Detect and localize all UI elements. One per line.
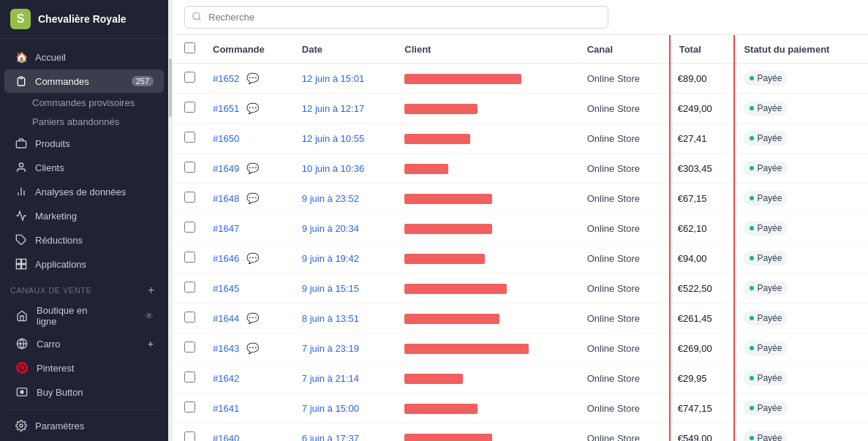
row-checkbox-8[interactable] — [184, 312, 195, 323]
discounts-icon — [15, 233, 28, 246]
status-dot-5 — [750, 226, 754, 230]
row-checkbox-2[interactable] — [184, 132, 195, 143]
date-link-6[interactable]: 9 juin à 19:42 — [302, 253, 359, 264]
applications-label: Applications — [35, 259, 86, 270]
carro-add-icon[interactable]: + — [148, 338, 154, 350]
row-order-id: #1647 — [204, 214, 293, 244]
chat-icon-8: 💬 — [246, 312, 259, 324]
sidebar-item-carro[interactable]: Carro + — [4, 332, 164, 355]
sidebar-item-clients[interactable]: Clients — [4, 156, 164, 179]
row-checkbox-9[interactable] — [184, 342, 195, 353]
sidebar-item-produits[interactable]: Produits — [4, 132, 164, 155]
row-order-id: #1649 💬 — [204, 154, 293, 184]
order-link-3[interactable]: #1649 — [213, 163, 239, 174]
store-name: Chevalière Royale — [38, 13, 127, 25]
table-row: #1643 💬 7 juin à 23:19 Online Store €269… — [173, 333, 868, 363]
status-badge-5: Payée — [744, 221, 788, 235]
date-link-1[interactable]: 12 juin à 12:17 — [302, 103, 364, 114]
row-checkbox-6[interactable] — [184, 252, 195, 263]
clients-icon — [15, 161, 28, 174]
order-link-2[interactable]: #1650 — [213, 133, 239, 144]
row-canal-12: Online Store — [578, 423, 670, 442]
date-link-8[interactable]: 8 juin à 13:51 — [302, 313, 359, 324]
date-link-10[interactable]: 7 juin à 21:14 — [302, 373, 359, 384]
sidebar-item-pinterest[interactable]: Pinterest — [4, 356, 164, 380]
sidebar-item-applications[interactable]: Applications — [4, 252, 164, 276]
sidebar-item-buy-button[interactable]: Buy Button — [4, 380, 164, 404]
canal-text-1: Online Store — [587, 103, 640, 114]
total-value-3: €303,45 — [678, 163, 712, 174]
row-checkbox-11[interactable] — [184, 402, 195, 412]
row-checkbox-cell — [173, 94, 204, 124]
sidebar: S Chevalière Royale 🏠 Accueil Commandes … — [0, 0, 168, 441]
sidebar-item-commandes[interactable]: Commandes 257 — [4, 69, 164, 93]
row-checkbox-12[interactable] — [184, 431, 195, 441]
row-order-id: #1652 💬 — [204, 64, 293, 94]
status-dot-11 — [750, 406, 754, 410]
sidebar-item-parametres[interactable]: Paramètres — [4, 410, 164, 437]
status-dot-4 — [750, 196, 754, 200]
canal-text-11: Online Store — [587, 403, 640, 414]
row-canal-1: Online Store — [578, 94, 670, 124]
row-statut-12: Payée — [734, 423, 868, 442]
order-link-11[interactable]: #1641 — [213, 403, 239, 414]
settings-icon — [15, 419, 28, 432]
row-client-11 — [396, 393, 578, 423]
order-link-4[interactable]: #1648 — [213, 193, 239, 204]
date-link-11[interactable]: 7 juin à 15:00 — [302, 403, 359, 414]
search-container — [184, 6, 608, 29]
row-date-11: 7 juin à 15:00 — [293, 393, 396, 423]
row-checkbox-0[interactable] — [184, 72, 195, 83]
order-link-10[interactable]: #1642 — [213, 373, 239, 384]
sidebar-item-commandes-provisoires[interactable]: Commandes provisoires — [4, 94, 164, 112]
sidebar-item-marketing[interactable]: Marketing — [4, 204, 164, 227]
date-link-9[interactable]: 7 juin à 23:19 — [302, 343, 359, 354]
row-checkbox-cell — [173, 363, 204, 393]
date-link-7[interactable]: 9 juin à 15:15 — [302, 283, 359, 294]
row-checkbox-7[interactable] — [184, 282, 195, 293]
date-link-12[interactable]: 6 juin à 17:37 — [302, 433, 359, 442]
date-link-5[interactable]: 9 juin à 20:34 — [302, 223, 359, 234]
sidebar-item-boutique[interactable]: Boutique enligne 👁 — [4, 301, 164, 331]
order-link-9[interactable]: #1643 — [213, 343, 239, 354]
select-all-checkbox[interactable] — [184, 42, 195, 53]
row-checkbox-5[interactable] — [184, 222, 195, 233]
status-badge-8: Payée — [744, 311, 788, 325]
sidebar-item-accueil[interactable]: 🏠 Accueil — [4, 45, 164, 69]
row-order-id: #1645 — [204, 274, 293, 304]
carro-label: Carro — [37, 339, 61, 350]
order-link-12[interactable]: #1640 — [213, 433, 239, 442]
row-checkbox-1[interactable] — [184, 102, 195, 113]
row-checkbox-4[interactable] — [184, 192, 195, 203]
date-link-4[interactable]: 9 juin à 23:52 — [302, 193, 359, 204]
row-checkbox-3[interactable] — [184, 162, 195, 173]
sidebar-item-accueil-label: Accueil — [35, 52, 66, 63]
row-order-id: #1646 💬 — [204, 244, 293, 274]
row-client-7 — [396, 274, 578, 304]
date-link-3[interactable]: 10 juin à 10:36 — [302, 163, 364, 174]
parametres-label: Paramètres — [35, 421, 84, 431]
row-date-2: 12 juin à 10:55 — [293, 124, 396, 154]
search-input[interactable] — [184, 6, 608, 29]
order-link-7[interactable]: #1645 — [213, 283, 239, 294]
boutique-eye-icon[interactable]: 👁 — [145, 311, 154, 321]
total-value-1: €249,00 — [678, 103, 712, 114]
sidebar-item-reductions[interactable]: Réductions — [4, 228, 164, 252]
order-link-0[interactable]: #1652 — [213, 73, 239, 84]
order-link-8[interactable]: #1644 — [213, 313, 239, 324]
table-row: #1640 6 juin à 17:37 Online Store €549,0… — [173, 423, 868, 442]
row-checkbox-cell — [173, 304, 204, 333]
order-link-5[interactable]: #1647 — [213, 223, 239, 234]
order-link-1[interactable]: #1651 — [213, 103, 239, 114]
commandes-badge: 257 — [132, 76, 154, 86]
svg-line-16 — [199, 18, 201, 20]
sidebar-item-paniers-abandonnes[interactable]: Paniers abandonnés — [4, 113, 164, 131]
row-order-id: #1640 — [204, 423, 293, 442]
add-channel-button[interactable]: + — [145, 284, 158, 297]
date-link-2[interactable]: 12 juin à 10:55 — [302, 133, 364, 144]
sidebar-item-analyses[interactable]: Analyses de données — [4, 180, 164, 203]
date-link-0[interactable]: 12 juin à 15:01 — [302, 73, 364, 84]
row-checkbox-10[interactable] — [184, 372, 195, 382]
row-canal-9: Online Store — [578, 333, 670, 363]
order-link-6[interactable]: #1646 — [213, 253, 239, 264]
